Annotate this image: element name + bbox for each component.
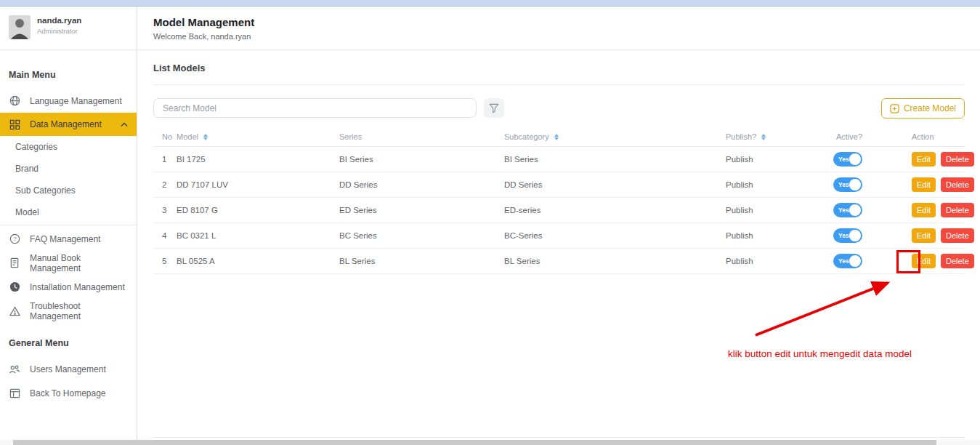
active-toggle[interactable]: Yes [833,254,862,268]
toggle-label: Yes [838,232,849,239]
filter-button[interactable] [484,98,504,118]
cell-subcategory: ED-series [504,206,718,215]
main-menu-title: Main Menu [0,70,137,80]
sidebar-divider [0,225,137,225]
sidebar-item-language-management[interactable]: Language Management [0,89,137,113]
active-toggle[interactable]: Yes [833,228,862,243]
cell-subcategory: BL Series [504,257,718,265]
cell-no: 2 [153,180,177,189]
cell-publish: Publish [718,206,827,215]
table-row: 5 BL 0525 A BL Series BL Series Publish … [153,249,965,274]
welcome-text: Welcome Back, nanda.ryan [153,32,980,41]
edit-button-highlighted[interactable]: Edit [912,254,936,268]
delete-button[interactable]: Delete [941,152,974,167]
sidebar-item-label: Users Management [30,364,106,374]
toggle-label: Yes [838,257,849,265]
table-toolbar: Create Model [153,98,965,118]
user-name: nanda.ryan [37,16,81,25]
svg-text:?: ? [13,236,16,242]
sidebar-subitem-categories[interactable]: Categories [0,136,137,158]
col-header-label: Publish? [726,132,756,141]
active-toggle[interactable]: Yes [833,203,862,217]
user-profile[interactable]: nanda.ryan Administrator [0,7,137,50]
edit-button[interactable]: Edit [912,177,936,192]
page-title: Model Management [153,16,980,28]
cell-model: BC 0321 L [177,231,339,240]
sidebar-item-manual-book-management[interactable]: Manual Book Management [0,251,137,275]
active-toggle[interactable]: Yes [833,152,862,167]
toggle-label: Yes [838,207,849,214]
warning-triangle-icon [9,305,20,317]
sidebar: nanda.ryan Administrator Main Menu Langu… [0,7,137,440]
top-accent-bar [0,0,980,7]
section-title: List Models [153,63,965,73]
toggle-knob [849,153,861,165]
table-row: 3 ED 8107 G ED Series ED-series Publish … [153,198,965,223]
cell-publish: Publish [718,231,827,240]
sidebar-subitem-model[interactable]: Model [0,201,137,223]
cell-no: 1 [153,155,177,164]
sidebar-item-label: Back To Homepage [30,388,106,398]
delete-button[interactable]: Delete [941,254,974,268]
edit-button[interactable]: Edit [912,228,936,243]
toggle-label: Yes [838,181,849,188]
homepage-icon [9,388,20,399]
edit-button[interactable]: Edit [912,152,936,167]
sidebar-item-back-to-homepage[interactable]: Back To Homepage [0,381,137,405]
table-row: 1 BI 1725 BI Series BI Series Publish Ye… [153,147,965,172]
col-header-label: Subcategory [504,132,549,141]
sort-icon[interactable] [761,134,766,140]
page-header: Model Management Welcome Back, nanda.rya… [138,7,980,50]
sidebar-item-installation-management[interactable]: Installation Management [0,275,137,299]
cell-model: BI 1725 [177,155,339,164]
table-header-row: No Model Series Subcategory Publish? Act… [153,127,965,147]
col-header-model[interactable]: Model [177,132,339,141]
sidebar-item-label: Installation Management [30,282,125,292]
cell-series: BL Series [339,257,504,265]
question-circle-icon: ? [9,233,20,245]
col-header-series: Series [339,132,504,141]
funnel-icon [489,103,499,113]
toggle-knob [849,204,861,216]
main-content: List Models Create Model No Model Series… [138,50,980,440]
delete-button[interactable]: Delete [941,203,974,217]
col-header-subcategory[interactable]: Subcategory [504,132,718,141]
toggle-knob [849,230,861,241]
cell-no: 5 [153,257,177,265]
cell-series: BI Series [339,155,504,164]
cell-series: BC Series [339,231,504,240]
toggle-knob [849,255,861,267]
sidebar-subitem-sub-categories[interactable]: Sub Categories [0,180,137,201]
globe-icon [9,95,20,107]
col-header-label: Model [177,132,198,141]
cell-no: 4 [153,231,177,240]
cell-series: DD Series [339,180,504,189]
delete-button[interactable]: Delete [941,177,974,192]
user-role: Administrator [37,27,81,35]
models-table: No Model Series Subcategory Publish? Act… [153,127,965,274]
sort-icon[interactable] [203,134,208,140]
avatar [9,15,31,39]
cell-model: BL 0525 A [177,257,339,265]
sidebar-item-label: Data Management [30,119,102,129]
active-toggle[interactable]: Yes [833,177,862,192]
edit-button[interactable]: Edit [912,203,936,217]
sidebar-item-troubleshoot-management[interactable]: Troubleshoot Management [0,299,137,323]
scrollbar-thumb[interactable] [13,440,936,445]
col-header-action: Action [891,132,965,141]
sort-icon[interactable] [554,134,559,140]
sidebar-item-data-management[interactable]: Data Management [0,113,137,136]
sidebar-item-label: Troubleshoot Management [30,301,128,321]
sidebar-item-faq-management[interactable]: ? FAQ Management [0,227,137,251]
col-header-active: Active? [827,132,891,141]
sidebar-item-users-management[interactable]: Users Management [0,357,137,381]
search-input[interactable] [153,98,477,118]
grid-icon [9,119,20,130]
toggle-knob [849,179,861,191]
delete-button[interactable]: Delete [941,228,974,243]
sidebar-subitem-brand[interactable]: Brand [0,158,137,180]
chevron-up-icon [121,122,128,127]
create-model-button[interactable]: Create Model [881,98,965,119]
col-header-publish[interactable]: Publish? [718,132,827,141]
horizontal-scrollbar[interactable] [0,440,980,445]
